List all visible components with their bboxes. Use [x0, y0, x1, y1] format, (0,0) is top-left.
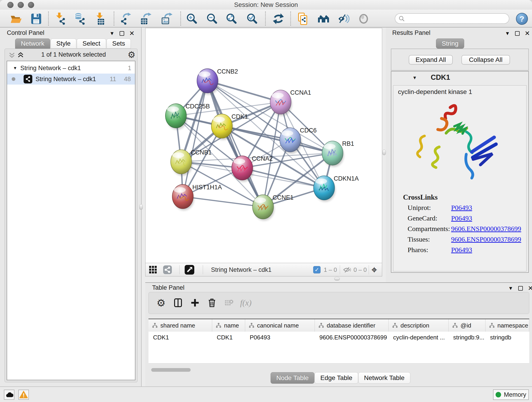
warnings-button[interactable] — [18, 390, 29, 400]
gene-collapse-icon[interactable]: ▼ — [412, 75, 417, 80]
column-header-@id[interactable]: @id — [449, 319, 486, 332]
gene-details: cyclin-dependent kinase 1 — [393, 85, 526, 271]
help-button[interactable]: ? — [516, 13, 528, 25]
export-table-icon[interactable] — [139, 12, 152, 25]
results-panel-float-icon[interactable] — [515, 31, 520, 36]
two-houses-icon[interactable] — [317, 12, 330, 25]
crosslink-row: GeneCard:P06493 — [408, 214, 523, 222]
import-database-icon[interactable] — [73, 12, 86, 25]
node-CDKN1A[interactable]: CDKN1A — [314, 175, 359, 202]
column-header-database-identifier[interactable]: database identifier — [315, 319, 389, 332]
control-panel-collapse-icon[interactable]: ▼ — [109, 31, 114, 36]
open-session-icon[interactable] — [10, 12, 22, 25]
tab-node-table[interactable]: Node Table — [271, 372, 314, 384]
network-list: ▼ String Network – cdk1 1 String Network… — [7, 61, 135, 380]
save-session-icon[interactable] — [30, 12, 43, 25]
refresh-view-icon[interactable] — [272, 12, 285, 25]
zoom-selected-icon[interactable] — [246, 12, 259, 25]
center-view-crosshair-icon[interactable]: ⌖ — [371, 263, 377, 276]
zoom-in-icon[interactable] — [185, 12, 198, 25]
cell-canonical-name[interactable]: P06493 — [245, 332, 315, 343]
expand-all-networks-icon[interactable] — [17, 51, 24, 59]
status-bar: Memory — [0, 386, 532, 402]
delete-column-trash-icon[interactable] — [205, 295, 219, 310]
node-RB1[interactable]: RB1 — [322, 140, 354, 167]
add-column-icon[interactable] — [188, 295, 202, 310]
export-network-icon[interactable] — [119, 12, 132, 25]
tab-edge-table[interactable]: Edge Table — [315, 372, 358, 384]
search-input[interactable] — [395, 13, 509, 24]
export-image-icon[interactable] — [160, 12, 173, 25]
network-collection-row[interactable]: ▼ String Network – cdk1 1 — [7, 63, 135, 74]
cell-database-identifier[interactable]: 9606.ENSP00000378699 — [315, 332, 389, 343]
table-panel-title: Table Panel — [152, 284, 184, 291]
column-header-canonical-name[interactable]: canonical name — [245, 319, 315, 332]
cell-namespace[interactable]: stringdb — [486, 332, 529, 343]
crosslink-link[interactable]: 9606.ENSP00000378699 — [451, 235, 523, 243]
tab-style[interactable]: Style — [51, 38, 76, 49]
tree-expand-icon[interactable]: ▼ — [13, 66, 17, 70]
node-label-CDC25B: CDC25B — [186, 103, 210, 110]
tab-select[interactable]: Select — [77, 38, 106, 49]
control-panel-float-icon[interactable] — [120, 31, 124, 36]
network-canvas[interactable]: CCNB2 CCNA1 CDC25B CDK1 — [145, 28, 382, 263]
expand-all-button[interactable]: Expand All — [409, 55, 453, 65]
bottom-splitter-handle[interactable] — [334, 277, 340, 281]
network-graph[interactable]: CCNB2 CCNA1 CDC25B CDK1 — [146, 28, 382, 263]
search-field[interactable] — [405, 15, 501, 22]
table-panel-collapse-icon[interactable]: ▼ — [508, 286, 513, 291]
tab-sets[interactable]: Sets — [107, 38, 131, 49]
import-network-icon[interactable] — [55, 12, 67, 25]
crosslink-link[interactable]: P06493 — [451, 204, 523, 211]
cell-description[interactable]: cyclin-dependent ... — [389, 332, 449, 343]
network-options-gear-icon[interactable]: ⚙ — [128, 50, 135, 60]
table-hscrollbar-thumb[interactable] — [151, 368, 191, 372]
cell-@id[interactable]: stringdb:9... — [449, 332, 486, 343]
split-columns-icon[interactable] — [171, 295, 185, 310]
grid-view-icon[interactable] — [149, 263, 157, 276]
results-panel-close-icon[interactable]: ✕ — [525, 30, 530, 37]
node-CCNB1[interactable]: CCNB1 — [171, 149, 212, 176]
table-panel-float-icon[interactable] — [518, 286, 523, 291]
string-view-icon[interactable] — [163, 263, 172, 276]
cloud-button[interactable] — [4, 390, 14, 400]
left-splitter-handle[interactable] — [139, 204, 143, 210]
right-splitter-handle[interactable] — [382, 150, 386, 155]
column-header-shared-name[interactable]: shared name — [148, 319, 212, 332]
import-table-icon[interactable] — [94, 12, 107, 25]
node-HIST1H1A[interactable]: HIST1H1A — [172, 184, 222, 211]
table-panel-close-icon[interactable]: ✕ — [528, 285, 532, 292]
node-label-HIST1H1A: HIST1H1A — [192, 184, 222, 191]
network-status-dot — [12, 77, 15, 81]
crosslink-link[interactable]: P06493 — [451, 214, 523, 222]
table-settings-gear-icon[interactable]: ⚙ — [154, 295, 168, 310]
hide-graphics-details-icon[interactable] — [337, 12, 350, 25]
column-header-name[interactable]: name — [212, 319, 245, 332]
node-CCNE1[interactable]: CCNE1 — [253, 194, 293, 221]
show-graphics-details-icon[interactable] — [357, 12, 370, 25]
collapse-all-button[interactable]: Collapse All — [462, 55, 510, 65]
tab-string[interactable]: String — [436, 38, 464, 49]
network-row-selected[interactable]: String Network – cdk1 11 48 — [7, 74, 135, 85]
crosslink-link[interactable]: P06493 — [451, 246, 523, 254]
hidden-eye-icon[interactable] — [343, 263, 352, 276]
node-label-CDC6: CDC6 — [300, 127, 317, 134]
tab-network-table[interactable]: Network Table — [358, 372, 410, 384]
crosslink-link[interactable]: 9606.ENSP00000378699 — [451, 225, 523, 233]
memory-button[interactable]: Memory — [493, 389, 529, 400]
cell-name[interactable]: CDK1 — [212, 332, 245, 343]
zoom-fit-icon[interactable] — [225, 12, 238, 25]
string-copy-network-icon[interactable] — [297, 12, 309, 25]
selected-checkbox[interactable]: ✓ — [313, 263, 321, 276]
column-header-namespace[interactable]: namespace — [486, 319, 529, 332]
birds-eye-view-icon[interactable] — [184, 263, 195, 276]
cell-shared-name[interactable]: CDK1 — [148, 332, 212, 343]
results-panel-collapse-icon[interactable]: ▼ — [505, 31, 510, 36]
collapse-all-networks-icon[interactable] — [8, 51, 15, 59]
node-CDK1[interactable]: CDK1 — [211, 113, 248, 140]
tab-network[interactable]: Network — [15, 38, 50, 49]
column-header-description[interactable]: description — [389, 319, 449, 332]
node-label-CCNA2: CCNA2 — [252, 155, 273, 162]
control-panel-close-icon[interactable]: ✕ — [129, 30, 134, 37]
zoom-out-icon[interactable] — [206, 12, 218, 25]
